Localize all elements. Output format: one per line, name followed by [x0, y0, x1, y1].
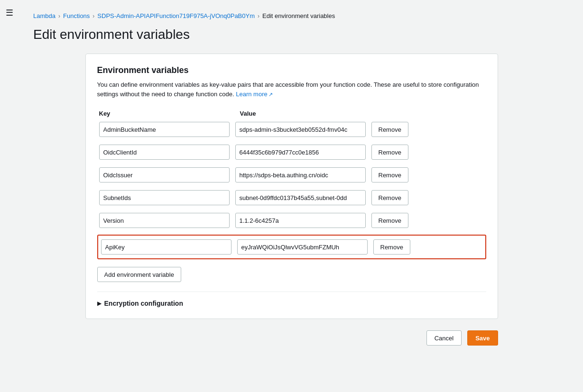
key-input-4[interactable]: [99, 213, 230, 228]
breadcrumb-sep-3: ›: [258, 13, 259, 19]
hamburger-icon: ☰: [6, 8, 13, 18]
key-input-2[interactable]: [99, 167, 230, 182]
value-input-3[interactable]: [235, 190, 366, 205]
footer-actions: Cancel Save: [85, 330, 498, 346]
encryption-label: Encryption configuration: [104, 300, 183, 307]
triangle-right-icon: ▶: [97, 300, 102, 307]
value-column-header: Value: [240, 110, 375, 117]
add-env-variable-button[interactable]: Add environment variable: [97, 267, 181, 282]
table-row: Remove: [97, 189, 486, 206]
remove-button-2[interactable]: Remove: [371, 167, 408, 182]
remove-button-0[interactable]: Remove: [371, 122, 408, 137]
value-input-4[interactable]: [235, 213, 366, 228]
breadcrumb-function-name[interactable]: SDPS-Admin-APIAPIFunction719F975A-jVOnq0…: [97, 12, 255, 19]
table-row: Remove: [97, 212, 486, 229]
page-title: Edit environment variables: [19, 27, 564, 42]
key-input-5[interactable]: [101, 239, 231, 255]
table-row: Remove: [97, 166, 486, 183]
env-table: Key Value Remove Remove Remove: [97, 110, 486, 282]
card-description: You can define environment variables as …: [97, 80, 486, 99]
cancel-button[interactable]: Cancel: [426, 330, 462, 346]
breadcrumb-lambda[interactable]: Lambda: [33, 12, 56, 19]
remove-button-5[interactable]: Remove: [373, 239, 410, 255]
save-button[interactable]: Save: [467, 330, 498, 346]
learn-more-link[interactable]: Learn more↗: [236, 91, 272, 98]
key-input-0[interactable]: [99, 122, 230, 137]
remove-button-1[interactable]: Remove: [371, 145, 408, 160]
table-row: Remove: [97, 144, 486, 161]
remove-button-4[interactable]: Remove: [371, 213, 408, 228]
card-title: Environment variables: [97, 65, 486, 75]
sidebar-toggle-icon[interactable]: ☰: [6, 8, 13, 18]
value-input-1[interactable]: [235, 145, 366, 160]
key-column-header: Key: [99, 110, 234, 117]
breadcrumb-current: Edit environment variables: [262, 12, 335, 19]
external-link-icon: ↗: [268, 91, 273, 97]
key-input-3[interactable]: [99, 190, 230, 205]
value-input-2[interactable]: [235, 167, 366, 182]
env-variables-card: Environment variables You can define env…: [85, 54, 498, 319]
key-input-1[interactable]: [99, 145, 230, 160]
breadcrumb-functions[interactable]: Functions: [63, 12, 90, 19]
remove-button-3[interactable]: Remove: [371, 190, 408, 205]
breadcrumb: Lambda › Functions › SDPS-Admin-APIAPIFu…: [19, 6, 564, 19]
value-input-0[interactable]: [235, 122, 366, 137]
value-input-5[interactable]: [237, 239, 368, 255]
table-row: Remove: [97, 121, 486, 138]
card-description-text: You can define environment variables as …: [97, 81, 479, 98]
breadcrumb-sep-2: ›: [93, 13, 94, 19]
encryption-section[interactable]: ▶ Encryption configuration: [97, 292, 486, 307]
table-row-highlighted: Remove: [97, 235, 486, 259]
breadcrumb-sep-1: ›: [58, 13, 60, 19]
env-table-header: Key Value: [97, 110, 486, 117]
